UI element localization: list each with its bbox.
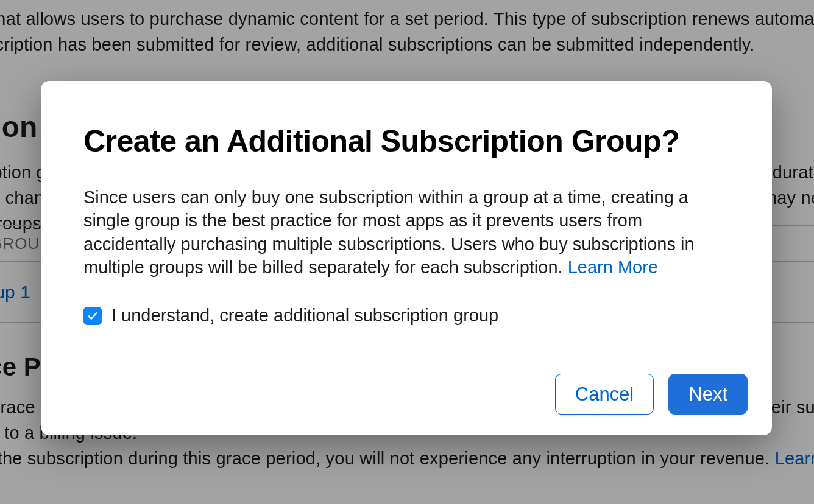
modal-description: Since users can only buy one subscriptio… <box>83 186 729 279</box>
confirm-checkbox[interactable] <box>83 307 102 325</box>
next-button[interactable]: Next <box>668 374 748 415</box>
confirm-checkbox-label: I understand, create additional subscrip… <box>111 306 498 326</box>
checkmark-icon <box>87 310 99 322</box>
confirm-checkbox-row[interactable]: I understand, create additional subscrip… <box>83 306 729 326</box>
modal-body: Create an Additional Subscription Group?… <box>41 81 772 355</box>
modal-title: Create an Additional Subscription Group? <box>83 124 729 159</box>
cancel-button[interactable]: Cancel <box>555 374 654 415</box>
create-subscription-group-modal: Create an Additional Subscription Group?… <box>41 81 772 435</box>
modal-learn-more-link[interactable]: Learn More <box>568 257 658 277</box>
modal-footer: Cancel Next <box>41 355 772 435</box>
